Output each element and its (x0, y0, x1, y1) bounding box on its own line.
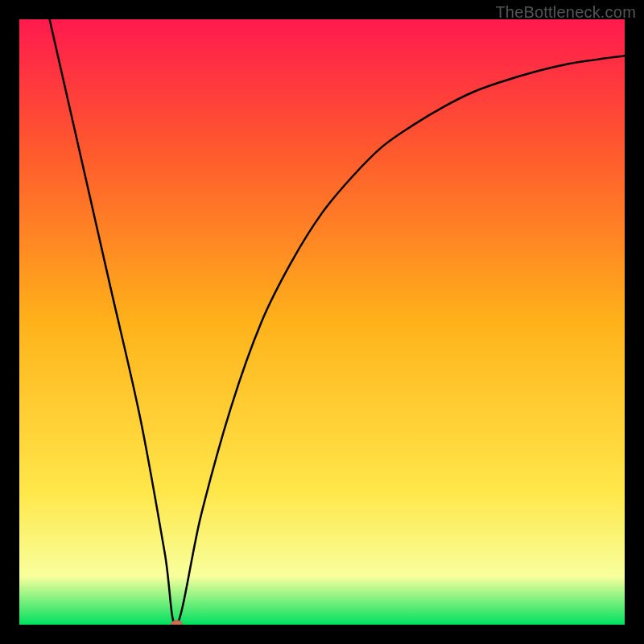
attribution-text: TheBottleneck.com (495, 3, 636, 22)
bottleneck-chart (19, 19, 625, 625)
chart-frame (19, 19, 625, 625)
gradient-background (19, 19, 625, 625)
